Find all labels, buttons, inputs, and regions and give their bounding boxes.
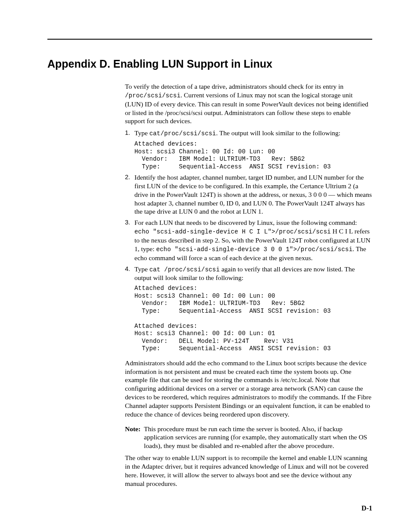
step1-code: cat/proc/scsi/scsi <box>149 130 216 137</box>
page-title: Appendix D. Enabling LUN Support in Linu… <box>47 58 372 70</box>
step-number: 3. <box>125 218 130 227</box>
step1-pre: Type <box>134 129 149 137</box>
step-2: 2. Identify the host adapter, channel nu… <box>125 173 372 216</box>
step-number: 1. <box>125 129 130 137</box>
note-label: Note: <box>125 425 140 433</box>
step3-t1: For each LUN that needs to be discovered… <box>134 219 357 226</box>
step4-code: cat /proc/scsi/scsi <box>149 266 220 273</box>
intro-pre: To verify the detection of a tape drive,… <box>125 83 343 90</box>
admins-paragraph: Administrators should add the echo comma… <box>125 359 372 419</box>
step1-post: . The output will look similar to the fo… <box>216 129 340 137</box>
step-3: 3. For each LUN that needs to be discove… <box>125 218 372 262</box>
step4-output: Attached devices: Host: scsi3 Channel: 0… <box>134 285 372 353</box>
body-column: To verify the detection of a tape drive,… <box>125 82 372 488</box>
step4-pre: Type <box>134 265 149 273</box>
closing-paragraph: The other way to enable LUN support is t… <box>125 454 372 488</box>
step-number: 4. <box>125 265 130 273</box>
step-number: 2. <box>125 173 130 181</box>
step3-c2: echo "scsi-add-single-device 3 0 0 1">/p… <box>156 246 352 253</box>
steps-list: 1. Type cat/proc/scsi/scsi. The output w… <box>125 129 372 353</box>
note-block: Note: This procedure must be run each ti… <box>125 425 372 450</box>
note-text: This procedure must be run each time the… <box>144 425 367 450</box>
page-number: D-1 <box>361 504 372 512</box>
page: Appendix D. Enabling LUN Support in Linu… <box>0 0 411 532</box>
intro-paragraph: To verify the detection of a tape drive,… <box>125 82 372 125</box>
step-4: 4. Type cat /proc/scsi/scsi again to ver… <box>125 265 372 353</box>
top-rule <box>47 39 372 40</box>
step2-text: Identify the host adapter, channel numbe… <box>134 174 372 215</box>
step3-c1: echo "scsi-add-single-device H C I L">/p… <box>134 228 331 235</box>
intro-code: /proc/scsi/scsi <box>125 92 181 99</box>
step-1: 1. Type cat/proc/scsi/scsi. The output w… <box>125 129 372 171</box>
step1-output: Attached devices: Host: scsi3 Channel: 0… <box>134 140 372 171</box>
